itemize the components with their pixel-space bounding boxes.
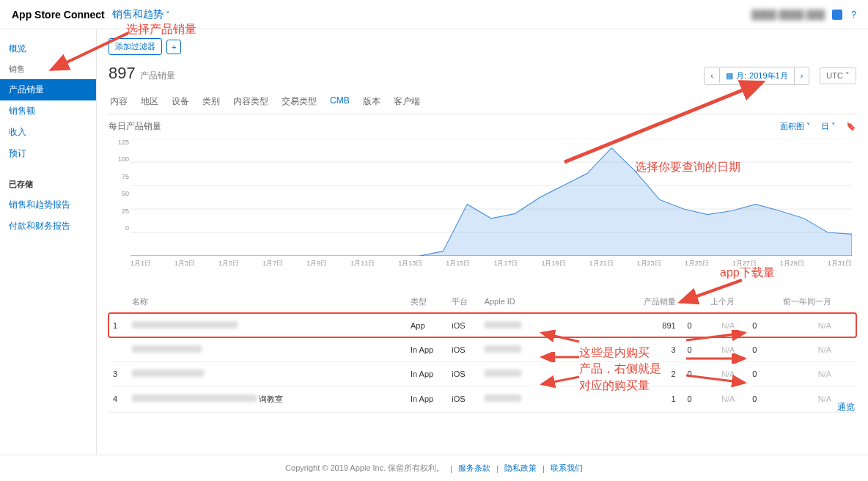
- col-platform[interactable]: 平台: [447, 290, 479, 314]
- dimension-tabs: 内容 地区 设备 类别 内容类型 交易类型 CMB 版本 客户端: [108, 89, 856, 114]
- y-axis: 1251007550250: [108, 139, 129, 232]
- sidebar-section-saved: 已存储: [0, 175, 96, 194]
- chart-header: 每日产品销量 面积图 ˅ 日 ˅ 🔖: [108, 120, 856, 133]
- section-dropdown[interactable]: 销售和趋势: [112, 8, 170, 21]
- tab-content-type[interactable]: 内容类型: [232, 89, 270, 114]
- copyright: Copyright © 2019 Apple Inc. 保留所有权利。: [285, 463, 444, 474]
- sidebar-item-sales[interactable]: 销售额: [0, 100, 96, 122]
- x-axis: 1月1日1月3日1月5日1月7日1月9日1月11日1月13日1月15日1月17日…: [130, 259, 852, 268]
- table-row[interactable]: In AppiOS30N/A0N/A: [108, 337, 856, 361]
- chart-type-dropdown[interactable]: 面积图 ˅: [780, 121, 811, 132]
- sidebar-section-sales: 销售: [0, 59, 96, 79]
- sidebar-item-proceeds[interactable]: 收入: [0, 122, 96, 143]
- sidebar-item-preorders[interactable]: 预订: [0, 143, 96, 164]
- help-icon[interactable]: ?: [851, 10, 856, 20]
- tab-cmb[interactable]: CMB: [328, 89, 351, 114]
- sidebar-item-units[interactable]: 产品销量: [0, 79, 96, 100]
- table-row[interactable]: 1AppiOS8910N/A0N/A: [108, 313, 856, 337]
- footer: Copyright © 2019 Apple Inc. 保留所有权利。 | 服务…: [0, 455, 868, 481]
- add-filter-button[interactable]: 添加过滤器: [108, 38, 162, 55]
- timezone-dropdown[interactable]: UTC ˅: [820, 67, 856, 84]
- calendar-icon: ▦: [726, 71, 733, 81]
- chart-save-button[interactable]: 🔖: [846, 122, 856, 131]
- footer-contact[interactable]: 联系我们: [551, 463, 583, 474]
- overview-link[interactable]: 通览: [837, 401, 855, 414]
- content-area: 添加过滤器 + 897 产品销量 ‹ ▦ 月: 2019年1月 › UTC ˅ …: [97, 29, 868, 455]
- data-table: 名称 类型 平台 Apple ID 产品销量 上个月 前一年同一月 1AppiO…: [108, 290, 856, 413]
- tab-version[interactable]: 版本: [361, 89, 382, 114]
- tab-transaction[interactable]: 交易类型: [280, 89, 318, 114]
- table-head: 名称 类型 平台 Apple ID 产品销量 上个月 前一年同一月: [108, 290, 856, 314]
- col-units[interactable]: 产品销量: [627, 290, 680, 314]
- app-header: App Store Connect 销售和趋势 ████ ████ ███ ?: [0, 0, 868, 29]
- tab-client[interactable]: 客户端: [392, 89, 422, 114]
- tab-category[interactable]: 类别: [201, 89, 221, 114]
- app-switcher-icon[interactable]: [832, 10, 842, 20]
- sidebar-item-trend-report[interactable]: 销售和趋势报告: [0, 194, 96, 216]
- col-type[interactable]: 类型: [406, 290, 447, 314]
- sidebar-item-finance-report[interactable]: 付款和财务报告: [0, 216, 96, 237]
- metric-label: 产品销量: [140, 70, 175, 82]
- user-name-obscured: ████ ████ ███: [751, 10, 825, 20]
- col-name[interactable]: 名称: [128, 290, 406, 314]
- filter-row: 添加过滤器 +: [108, 38, 856, 55]
- col-rank[interactable]: [108, 290, 128, 314]
- metric-value: 897: [108, 64, 136, 83]
- footer-terms[interactable]: 服务条款: [458, 463, 490, 474]
- sidebar: 概览 销售 产品销量 销售额 收入 预订 已存储 销售和趋势报告 付款和财务报告: [0, 29, 97, 455]
- tab-content[interactable]: 内容: [108, 89, 129, 114]
- tab-territory[interactable]: 地区: [139, 89, 160, 114]
- date-next-button[interactable]: ›: [795, 68, 809, 83]
- metric-row: 897 产品销量 ‹ ▦ 月: 2019年1月 › UTC ˅: [108, 64, 856, 85]
- date-period-button[interactable]: ▦ 月: 2019年1月: [720, 67, 795, 84]
- chart-svg: [130, 139, 852, 256]
- table-row[interactable]: 3In AppiOS20N/A0N/A: [108, 361, 856, 386]
- chart: 1251007550250: [130, 139, 852, 256]
- add-filter-plus-button[interactable]: +: [166, 40, 181, 54]
- col-prev-month[interactable]: 上个月: [696, 290, 740, 314]
- user-area[interactable]: ████ ████ ███ ?: [751, 10, 856, 20]
- sidebar-item-overview[interactable]: 概览: [0, 38, 96, 59]
- chart-title: 每日产品销量: [108, 120, 161, 133]
- date-prev-button[interactable]: ‹: [705, 68, 720, 83]
- date-picker[interactable]: ‹ ▦ 月: 2019年1月 ›: [704, 67, 809, 85]
- app-title: App Store Connect: [12, 9, 105, 21]
- table-row[interactable]: 4 询教室In AppiOS10N/A0N/A: [108, 386, 856, 412]
- col-appleid[interactable]: Apple ID: [480, 290, 627, 314]
- chart-group-dropdown[interactable]: 日 ˅: [821, 121, 836, 132]
- col-prev-year[interactable]: 前一年同一月: [761, 290, 836, 314]
- tab-device[interactable]: 设备: [170, 89, 191, 114]
- footer-privacy[interactable]: 隐私政策: [504, 463, 537, 474]
